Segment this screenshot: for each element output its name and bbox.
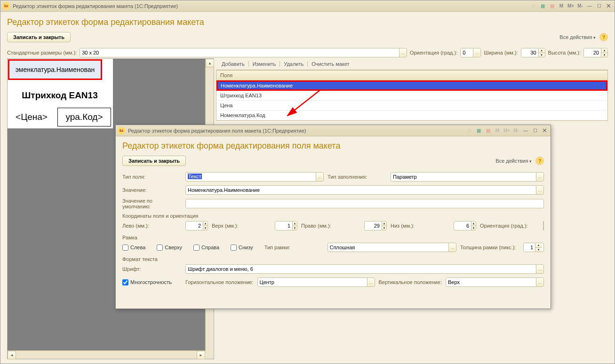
std-sizes-input[interactable]: … — [80, 48, 407, 57]
grid-row-selected[interactable]: Номенклатура.Наименование — [216, 80, 607, 91]
calendar-icon[interactable] — [548, 2, 556, 10]
value-field[interactable] — [186, 186, 536, 194]
grid-row[interactable]: Цена — [216, 101, 607, 111]
scroll-right-icon[interactable]: ► — [197, 351, 205, 359]
main-title: Редактор этикеток форма редактирования м… — [13, 3, 529, 9]
mem-mplus-button[interactable]: M+ — [567, 2, 575, 10]
more-icon[interactable]: … — [536, 173, 543, 181]
preview-field-name[interactable]: эменклатура.Наименован — [8, 59, 102, 80]
toolbar: Записать и закрыть Все действия ? — [7, 32, 608, 42]
frame-bottom-checkbox[interactable]: Снизу — [231, 245, 253, 251]
dialog-save-close-button[interactable]: Записать и закрыть — [122, 156, 186, 166]
grid-row[interactable]: Номенклатура.Код — [216, 111, 607, 120]
mem-m-button[interactable]: M — [557, 2, 566, 10]
field-type-label: Тип поля: — [122, 174, 182, 180]
more-icon[interactable]: … — [536, 265, 543, 273]
preview-canvas[interactable]: эменклатура.Наименован Штрихкод EAN13 <Ц… — [8, 59, 113, 128]
close-button[interactable]: ✕ — [540, 127, 549, 135]
more-icon[interactable]: … — [316, 173, 323, 181]
height-label: Высота (мм.): — [548, 50, 581, 55]
dialog-all-actions-menu[interactable]: Все действия — [495, 158, 532, 164]
value-input[interactable]: … — [185, 185, 544, 195]
more-icon[interactable]: … — [448, 243, 456, 252]
orient-field[interactable] — [461, 48, 473, 57]
default-field[interactable] — [186, 199, 543, 208]
frame-section: Рамка — [122, 235, 544, 240]
orient-more-icon[interactable]: … — [473, 48, 480, 57]
calculator-icon[interactable] — [538, 2, 547, 10]
preview-scroll-h[interactable]: ◄ ► — [8, 350, 205, 359]
bottom-input[interactable]: ▲▼ — [454, 221, 476, 230]
halign-input[interactable]: … — [257, 277, 375, 287]
field-type-value[interactable]: Текст — [188, 174, 202, 179]
left-label: Лево (мм.): — [122, 223, 182, 229]
top-input[interactable]: ▲▼ — [275, 221, 297, 230]
mem-mminus-button[interactable]: M- — [576, 2, 584, 10]
width-down-icon[interactable]: ▼ — [539, 53, 545, 57]
left-input[interactable]: ▲▼ — [185, 221, 208, 230]
more-icon[interactable]: … — [367, 278, 375, 286]
help-icon[interactable]: ? — [599, 33, 608, 41]
fields-grid: Поля Номенклатура.Наименование Штрихкод … — [216, 70, 608, 121]
fill-type-label: Тип заполнения: — [327, 174, 387, 180]
frame-left-checkbox[interactable]: Слева — [122, 245, 145, 251]
frame-width-label: Толщина рамки (пикс.): — [460, 245, 519, 250]
width-up-icon[interactable]: ▲ — [539, 48, 545, 53]
scroll-left-icon[interactable]: ◄ — [8, 351, 16, 359]
field-type-input[interactable]: Текст … — [185, 172, 324, 182]
std-sizes-more-icon[interactable]: … — [399, 48, 407, 57]
width-input[interactable]: ▲▼ — [521, 48, 545, 57]
scroll-up-icon[interactable]: ▲ — [206, 59, 214, 67]
titlebar-controls: M M+ M- — ☐ ✕ — [529, 2, 613, 10]
preview-field-barcode[interactable]: Штрихкод EAN13 — [8, 87, 112, 104]
calculator-icon[interactable] — [474, 127, 483, 135]
preview-field-code[interactable]: ура.Код> — [57, 108, 111, 127]
default-label: Значение по умолчанию: — [122, 198, 182, 209]
height-up-icon[interactable]: ▲ — [601, 48, 607, 53]
clear-link[interactable]: Очистить макет — [310, 61, 351, 67]
orient-input[interactable]: … — [460, 48, 481, 57]
fill-type-input[interactable]: … — [391, 172, 544, 182]
favorite-icon[interactable] — [465, 127, 473, 135]
font-input[interactable]: … — [185, 264, 544, 274]
grid-row[interactable]: Штрихкод EAN13 — [216, 91, 607, 101]
add-link[interactable]: Добавить — [220, 61, 247, 67]
minimize-button[interactable]: — — [585, 2, 594, 10]
right-label: Право (мм.): — [301, 223, 360, 229]
edit-link[interactable]: Изменить — [251, 61, 278, 67]
delete-link[interactable]: Удалить — [282, 61, 305, 67]
app-icon: 1c — [118, 127, 125, 135]
maximize-button[interactable]: ☐ — [595, 2, 603, 10]
orient-label: Ориентация (град.): — [480, 223, 539, 229]
all-actions-menu[interactable]: Все действия — [559, 34, 596, 40]
default-input[interactable] — [185, 199, 544, 208]
fill-type-field[interactable] — [391, 173, 536, 181]
width-label: Ширина (мм.): — [484, 50, 518, 55]
save-close-button[interactable]: Записать и закрыть — [7, 32, 71, 42]
help-icon[interactable]: ? — [535, 157, 544, 165]
minimize-button[interactable]: — — [521, 127, 530, 135]
frame-type-input[interactable]: … — [327, 243, 456, 252]
font-label: Шрифт: — [122, 266, 182, 272]
frame-width-input[interactable]: ▲▼ — [523, 243, 544, 252]
calendar-icon[interactable] — [484, 127, 492, 135]
preview-field-price[interactable]: <Цена> — [8, 108, 55, 127]
valign-input[interactable]: … — [446, 277, 544, 287]
height-field[interactable] — [584, 48, 601, 57]
favorite-icon[interactable] — [529, 2, 537, 10]
maximize-button[interactable]: ☐ — [531, 127, 539, 135]
more-icon[interactable]: … — [536, 186, 543, 194]
std-sizes-field[interactable] — [80, 48, 399, 57]
value-label: Значение: — [122, 187, 182, 193]
height-input[interactable]: ▲▼ — [583, 48, 608, 57]
text-format-section: Формат текста — [122, 256, 544, 262]
orient-input[interactable]: … — [543, 221, 544, 230]
height-down-icon[interactable]: ▼ — [601, 53, 607, 57]
more-icon[interactable]: … — [536, 278, 543, 286]
frame-top-checkbox[interactable]: Сверху — [157, 245, 182, 251]
close-button[interactable]: ✕ — [604, 2, 613, 10]
right-input[interactable]: ▲▼ — [364, 221, 387, 230]
frame-right-checkbox[interactable]: Справа — [193, 245, 219, 251]
width-field[interactable] — [521, 48, 538, 57]
multiline-checkbox[interactable]: Многострочность — [122, 279, 182, 285]
